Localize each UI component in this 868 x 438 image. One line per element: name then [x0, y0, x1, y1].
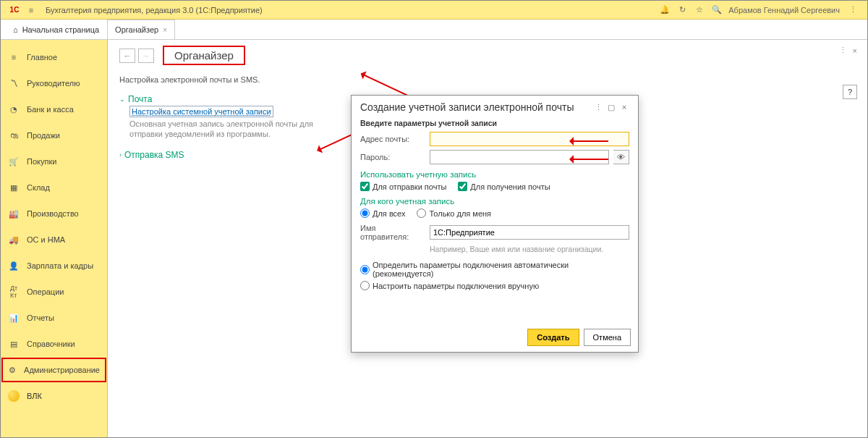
- sidebar-item-salary[interactable]: 👤Зарплата и кадры: [1, 253, 107, 279]
- truck-icon: 🚚: [8, 235, 20, 245]
- chevron-right-icon: ›: [119, 151, 122, 159]
- sidebar-item-label: Справочники: [27, 340, 75, 348]
- page-kebab-icon[interactable]: ⋮: [839, 46, 847, 55]
- checkbox-receive-label: Для получения почты: [470, 182, 550, 191]
- radio-auto-label: Определить параметры подключения автомат…: [373, 261, 629, 278]
- star-icon[interactable]: ☆: [692, 3, 707, 17]
- email-label: Адрес почты:: [360, 135, 425, 143]
- radio-all-label: Для всех: [373, 209, 405, 218]
- gear-icon: ⚙: [8, 366, 17, 375]
- create-button[interactable]: Создать: [527, 329, 579, 346]
- tag-icon: 🛍: [8, 131, 20, 140]
- radio-manual-label: Настроить параметры подключения вручную: [373, 282, 539, 290]
- bell-icon[interactable]: 🔔: [658, 3, 672, 17]
- tab-home[interactable]: ⌂ Начальная страница: [5, 20, 107, 39]
- history-icon[interactable]: ↻: [675, 3, 689, 17]
- hamburger-icon[interactable]: ≡: [24, 3, 38, 17]
- sidebar-item-os[interactable]: 🚚ОС и НМА: [1, 227, 107, 253]
- app-logo: 1C: [7, 5, 22, 15]
- search-icon[interactable]: 🔍: [710, 3, 724, 17]
- sender-label: Имя отправителя:: [360, 224, 425, 241]
- menu-icon: ≡: [8, 53, 20, 62]
- tab-close-icon[interactable]: ×: [163, 26, 167, 34]
- checkbox-receive[interactable]: Для получения почты: [458, 182, 550, 191]
- section-sms-label: Отправка SMS: [124, 150, 184, 160]
- modal-maximize-icon[interactable]: ▢: [605, 101, 618, 113]
- sidebar-item-vlk[interactable]: ВЛК: [1, 383, 107, 409]
- sidebar-item-production[interactable]: 🏭Производство: [1, 201, 107, 227]
- sidebar-item-label: Производство: [27, 209, 79, 218]
- home-icon: ⌂: [13, 25, 18, 34]
- sidebar-item-label: Руководителю: [27, 79, 80, 88]
- sender-input[interactable]: [430, 225, 629, 240]
- sidebar-item-label: ВЛК: [27, 392, 42, 400]
- hint-text: Основная учетная запись электронной почт…: [129, 119, 346, 140]
- back-button[interactable]: ←: [119, 49, 135, 63]
- modal-close-icon[interactable]: ×: [618, 101, 631, 113]
- factory-icon: 🏭: [8, 209, 20, 219]
- page-subtitle: Настройка электронной почты и SMS.: [119, 75, 856, 84]
- sidebar: ≡Главное 〽Руководителю ◔Банк и касса 🛍Пр…: [1, 40, 108, 437]
- sidebar-item-leader[interactable]: 〽Руководителю: [1, 70, 107, 96]
- sender-hint: Например, Ваше имя или название организа…: [430, 245, 629, 253]
- user-name[interactable]: Абрамов Геннадий Сергеевич: [728, 6, 840, 14]
- sidebar-item-operations[interactable]: ДтКтОперации: [1, 279, 107, 305]
- chevron-down-icon: ⌄: [119, 96, 125, 103]
- sidebar-item-label: Зарплата и кадры: [27, 261, 93, 270]
- use-account-title: Использовать учетную запись: [360, 170, 629, 179]
- sidebar-item-label: Банк и касса: [27, 105, 74, 114]
- sidebar-item-refs[interactable]: ▤Справочники: [1, 331, 107, 357]
- modal-kebab-icon[interactable]: ⋮: [592, 101, 605, 113]
- for-whom-title: Для кого учетная запись: [360, 197, 629, 206]
- sidebar-item-main[interactable]: ≡Главное: [1, 44, 107, 70]
- tab-organizer[interactable]: Органайзер ×: [107, 20, 175, 39]
- password-visibility-icon[interactable]: 👁: [613, 150, 629, 164]
- page-title-highlight: Органайзер: [163, 46, 245, 65]
- chart-icon: 〽: [8, 79, 20, 88]
- checkbox-send[interactable]: Для отправки почты: [360, 182, 446, 191]
- doc-icon: ДтКт: [8, 285, 20, 299]
- sidebar-item-label: Операции: [27, 287, 64, 296]
- sidebar-item-label: Покупки: [27, 157, 56, 166]
- sidebar-item-label: Продажи: [27, 131, 60, 140]
- radio-manual[interactable]: Настроить параметры подключения вручную: [360, 281, 539, 290]
- radio-me-label: Только для меня: [429, 209, 491, 218]
- forward-button[interactable]: →: [138, 49, 154, 63]
- email-input[interactable]: [430, 132, 629, 146]
- cart-icon: 🛒: [8, 157, 20, 167]
- sidebar-item-label: Главное: [27, 53, 57, 62]
- tab-home-label: Начальная страница: [22, 25, 99, 34]
- sidebar-item-purchases[interactable]: 🛒Покупки: [1, 148, 107, 174]
- sidebar-item-sales[interactable]: 🛍Продажи: [1, 122, 107, 148]
- help-button[interactable]: ?: [843, 85, 857, 99]
- sidebar-item-bank[interactable]: ◔Банк и касса: [1, 96, 107, 122]
- app-title: Бухгалтерия предприятия, редакция 3.0 (1…: [46, 6, 263, 14]
- password-input[interactable]: [430, 150, 609, 164]
- radio-me[interactable]: Только для меня: [417, 209, 491, 218]
- book-icon: ▤: [8, 340, 20, 349]
- password-label: Пароль:: [360, 153, 425, 161]
- page-title: Органайзер: [174, 49, 234, 62]
- sidebar-item-label: Администрирование: [24, 366, 100, 374]
- section-mail-label: Почта: [128, 94, 152, 104]
- radio-all[interactable]: Для всех: [360, 209, 405, 218]
- page-close-icon[interactable]: ×: [853, 46, 857, 55]
- box-icon: ▦: [8, 183, 20, 193]
- modal-create-email-account: Создание учетной записи электронной почт…: [351, 95, 639, 353]
- sidebar-item-warehouse[interactable]: ▦Склад: [1, 174, 107, 201]
- tab-organizer-label: Органайзер: [115, 25, 158, 34]
- radio-auto[interactable]: Определить параметры подключения автомат…: [360, 261, 629, 278]
- cancel-button[interactable]: Отмена: [584, 329, 631, 346]
- sidebar-item-label: Отчеты: [27, 313, 54, 322]
- person-icon: 👤: [8, 261, 20, 271]
- sidebar-item-label: Склад: [27, 183, 50, 192]
- bar-icon: 📊: [8, 313, 20, 323]
- bank-icon: ◔: [8, 105, 20, 114]
- kebab-icon[interactable]: ⋮: [846, 3, 860, 17]
- sidebar-item-reports[interactable]: 📊Отчеты: [1, 305, 107, 331]
- sidebar-item-admin[interactable]: ⚙Администрирование: [1, 357, 107, 383]
- modal-title: Создание учетной записи электронной почт…: [360, 101, 592, 113]
- link-system-account[interactable]: Настройка системной учетной записи: [129, 106, 273, 117]
- modal-params-title: Введите параметры учетной записи: [360, 119, 629, 127]
- vlk-icon: [8, 390, 20, 402]
